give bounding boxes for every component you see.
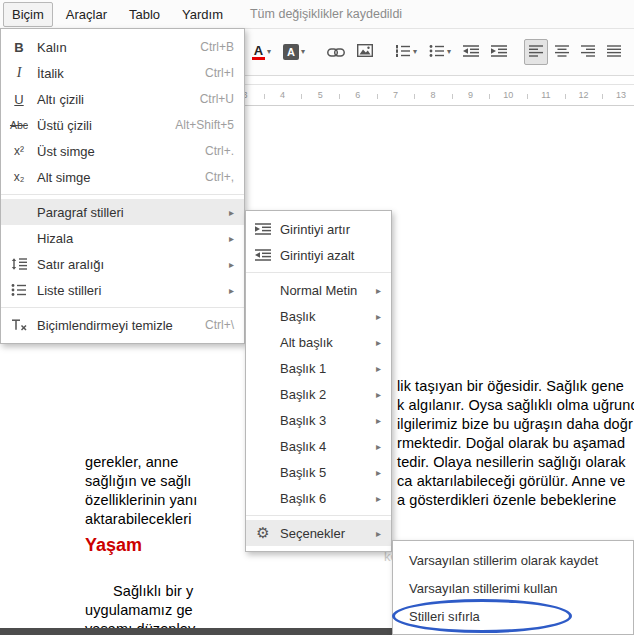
document-text-fragment: ilgilerimiz bize bu uğraşın daha doğr — [397, 416, 633, 432]
align-right-button[interactable] — [576, 39, 600, 65]
highlight-color-button[interactable]: A ▾ — [278, 39, 310, 65]
menu-item-align[interactable]: Hizala ▸ — [1, 225, 244, 251]
menu-item-label: Normal Metin — [280, 283, 368, 298]
menu-item-superscript[interactable]: x² Üst simge Ctrl+. — [1, 138, 244, 164]
ruler-number: 4 — [280, 90, 285, 100]
ruler-number: 11 — [541, 90, 550, 100]
menubar-item-format[interactable]: Biçim — [3, 2, 53, 27]
menu-item-label: Alt simge — [37, 170, 189, 185]
text-color-button[interactable]: A ▾ — [247, 39, 276, 65]
menu-item-label: Başlık 2 — [280, 387, 368, 402]
decrease-indent-button[interactable] — [458, 39, 484, 65]
menu-item-heading-6[interactable]: Başlık 6 ▸ — [246, 485, 391, 511]
menu-item-paragraph-styles[interactable]: Paragraf stilleri ▸ — [1, 199, 244, 225]
document-text-fragment: gerekler, anne — [85, 454, 178, 470]
document-text-fragment: sağlığın ve sağlı — [85, 473, 192, 489]
menu-item-strikethrough[interactable]: Abc Üstü çizili Alt+Shift+5 — [1, 112, 244, 138]
menu-item-shortcut: Ctrl+U — [200, 92, 234, 106]
text-color-icon: A — [252, 44, 265, 60]
menu-item-subscript[interactable]: x₂ Alt simge Ctrl+, — [1, 164, 244, 190]
menu-item-decrease-indent[interactable]: Girintiyi azalt — [246, 242, 391, 268]
underline-icon: U — [1, 92, 37, 107]
gear-icon: ⚙ — [246, 524, 280, 542]
insert-image-button[interactable] — [352, 39, 378, 65]
menubar-item-tools[interactable]: Araçlar — [57, 2, 116, 27]
menubar-item-help[interactable]: Yardım — [173, 2, 232, 27]
ruler-number: 12 — [578, 90, 588, 100]
ruler-tick — [489, 94, 490, 99]
menu-item-label: Başlık 1 — [280, 361, 368, 376]
line-spacing-icon — [1, 258, 37, 270]
document-text-fragment: a gösterdikleri özenle bebeklerine — [397, 492, 616, 508]
menu-item-use-my-default-styles[interactable]: Varsayılan stillerimi kullan — [393, 574, 633, 602]
menu-item-save-as-default-styles[interactable]: Varsayılan stillerim olarak kaydet — [393, 546, 633, 574]
menu-separator — [1, 194, 244, 195]
menu-item-label: Stilleri sıfırla — [409, 609, 623, 624]
ruler-tick — [377, 94, 378, 99]
align-left-button[interactable] — [524, 39, 548, 65]
submenu-arrow-icon: ▸ — [229, 259, 234, 270]
menubar: Biçim Araçlar Tablo Yardım Tüm değişikli… — [0, 0, 634, 28]
ruler-tick — [527, 94, 528, 99]
bulleted-list-button[interactable]: ▾ — [424, 39, 456, 65]
submenu-arrow-icon: ▸ — [229, 285, 234, 296]
align-center-button[interactable] — [550, 39, 574, 65]
dropdown-arrow-icon: ▾ — [447, 48, 451, 56]
italic-icon: I — [1, 65, 37, 81]
menu-item-label: Biçimlendirmeyi temizle — [37, 318, 189, 333]
menu-item-list-styles[interactable]: Liste stilleri ▸ — [1, 277, 244, 303]
submenu-arrow-icon: ▸ — [376, 493, 381, 504]
menu-separator — [246, 272, 391, 273]
submenu-arrow-icon: ▸ — [376, 337, 381, 348]
increase-indent-button[interactable] — [486, 39, 512, 65]
menu-item-label: İtalik — [37, 66, 189, 81]
ruler-tick — [339, 94, 340, 99]
submenu-arrow-icon: ▸ — [376, 285, 381, 296]
bulleted-list-icon — [429, 43, 445, 61]
menu-item-shortcut: Ctrl+. — [205, 144, 234, 158]
menu-item-bold[interactable]: B Kalın Ctrl+B — [1, 34, 244, 60]
menubar-item-table[interactable]: Tablo — [120, 2, 169, 27]
menu-item-options[interactable]: ⚙ Seçenekler ▸ — [246, 520, 391, 546]
menu-item-heading-4[interactable]: Başlık 4 ▸ — [246, 433, 391, 459]
insert-link-button[interactable] — [322, 39, 350, 65]
menu-item-reset-styles[interactable]: Stilleri sıfırla — [393, 602, 633, 630]
menu-item-heading-2[interactable]: Başlık 2 ▸ — [246, 381, 391, 407]
menu-item-increase-indent[interactable]: Girintiyi artır — [246, 216, 391, 242]
menu-item-title[interactable]: Başlık ▸ — [246, 303, 391, 329]
menu-item-heading-5[interactable]: Başlık 5 ▸ — [246, 459, 391, 485]
menu-item-label: Başlık 3 — [280, 413, 368, 428]
ruler-tick — [264, 94, 265, 99]
submenu-arrow-icon: ▸ — [376, 363, 381, 374]
document-text-fragment: lik taşıyan bir öğesidir. Sağlık gene — [397, 378, 624, 394]
menu-item-shortcut: Ctrl+B — [200, 40, 234, 54]
menu-item-italic[interactable]: I İtalik Ctrl+I — [1, 60, 244, 86]
menu-item-clear-formatting[interactable]: Biçimlendirmeyi temizle Ctrl+\ — [1, 312, 244, 338]
document-text-fragment: özelliklerinin yanı — [85, 492, 197, 508]
paragraph-styles-menu: Girintiyi artır Girintiyi azalt Normal M… — [245, 210, 392, 552]
ruler-number: 10 — [503, 90, 513, 100]
menu-item-subtitle[interactable]: Alt başlık ▸ — [246, 329, 391, 355]
menu-item-shortcut: Ctrl+\ — [205, 318, 234, 332]
document-text-fragment: tedir. Olaya nesillerin sağlığı olarak — [397, 454, 626, 470]
menu-item-underline[interactable]: U Altı çizili Ctrl+U — [1, 86, 244, 112]
menu-separator — [246, 515, 391, 516]
menu-item-normal-text[interactable]: Normal Metin ▸ — [246, 277, 391, 303]
menu-item-label: Varsayılan stillerimi kullan — [409, 581, 623, 596]
menu-item-line-spacing[interactable]: Satır aralığı ▸ — [1, 251, 244, 277]
numbered-list-button[interactable]: ▾ — [390, 39, 422, 65]
highlight-color-icon: A — [283, 44, 299, 60]
superscript-icon: x² — [1, 144, 37, 158]
menu-item-heading-3[interactable]: Başlık 3 ▸ — [246, 407, 391, 433]
menu-item-label: Liste stilleri — [37, 283, 221, 298]
clear-formatting-icon — [1, 319, 37, 331]
image-icon — [357, 43, 373, 61]
dropdown-arrow-icon: ▾ — [301, 48, 305, 56]
align-justify-button[interactable] — [602, 39, 626, 65]
ruler-tick — [414, 94, 415, 99]
subscript-icon: x₂ — [1, 170, 37, 184]
submenu-arrow-icon: ▸ — [376, 441, 381, 452]
submenu-arrow-icon: ▸ — [376, 311, 381, 322]
menu-item-heading-1[interactable]: Başlık 1 ▸ — [246, 355, 391, 381]
bold-icon: B — [1, 40, 37, 55]
